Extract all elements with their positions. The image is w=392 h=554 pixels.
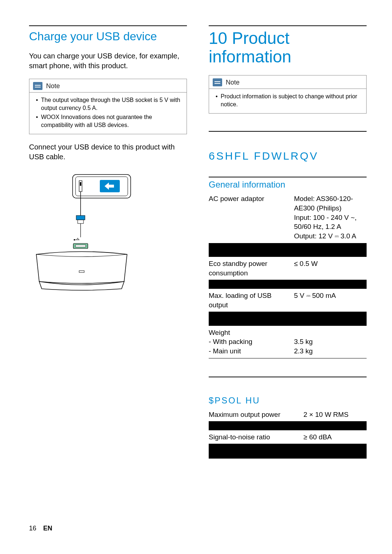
note-item: WOOX Innovations does not guarantee the … — [36, 113, 182, 129]
language-code: EN — [43, 525, 52, 532]
connect-text: Connect your USB device to this product … — [29, 142, 187, 162]
spec-value: ≤ 0.5 W — [294, 257, 367, 280]
amp-row: Maximum output power2 × 10 W RMS — [209, 408, 367, 422]
page-footer: 16 EN — [29, 525, 52, 532]
note-item: The output voltage through the USB socke… — [36, 96, 182, 112]
section-heading-charge: Charge your USB device — [29, 30, 187, 43]
note-box-left: Note The output voltage through the USB … — [29, 79, 187, 134]
spec-label: Weight - With packing - Main unit — [209, 326, 294, 358]
svg-rect-5 — [76, 216, 85, 220]
divider — [209, 25, 367, 26]
redacted-row — [209, 312, 367, 326]
left-column: Charge your USB device You can charge yo… — [29, 25, 187, 515]
amplifier-table: Maximum output power2 × 10 W RMSSignal-t… — [209, 408, 367, 459]
usb-illustration — [29, 173, 134, 292]
divider — [209, 131, 367, 132]
note-list-right: Product information is subject to change… — [216, 93, 362, 108]
amp-label: Maximum output power — [209, 408, 303, 422]
redacted-row — [209, 280, 367, 289]
note-icon — [213, 78, 222, 86]
chapter-heading: 10 Product information — [209, 29, 367, 66]
divider — [29, 25, 187, 26]
amplifier-heading: $PSOL HU — [209, 395, 367, 406]
spec-label: Max. loading of USB output — [209, 289, 294, 312]
chapter-heading-text: 10 Product information — [209, 29, 291, 66]
redacted-row — [209, 243, 367, 257]
amp-value: 2 × 10 W RMS — [303, 408, 367, 422]
divider — [209, 177, 367, 177]
spec-value: 3.5 kg 2.3 kg — [294, 326, 367, 358]
note-list-left: The output voltage through the USB socke… — [36, 96, 182, 129]
intro-text: You can charge your USB device, for exam… — [29, 51, 187, 71]
note-label: Note — [226, 79, 240, 86]
note-item: Product information is subject to change… — [216, 93, 362, 108]
right-column: 10 Product information Note Product info… — [209, 25, 367, 515]
spec-row: Eco standby power consumption≤ 0.5 W — [209, 257, 367, 280]
amp-value: ≥ 60 dBA — [303, 430, 367, 444]
specifications-heading: 6SHFL FDWLRQV — [209, 150, 367, 162]
spec-row: Weight - With packing - Main unit 3.5 kg… — [209, 326, 367, 358]
page-number: 16 — [29, 525, 36, 532]
spec-label: Eco standby power consumption — [209, 257, 294, 280]
note-box-right: Note Product information is subject to c… — [209, 75, 367, 114]
spec-row: Max. loading of USB output5 V ⎓ 500 mA — [209, 289, 367, 312]
svg-rect-6 — [78, 220, 83, 223]
note-label: Note — [46, 82, 60, 90]
spec-value: 5 V ⎓ 500 mA — [294, 289, 367, 312]
spec-value: Model: AS360-120-AE300 (Philips) Input: … — [294, 192, 367, 243]
divider — [209, 377, 367, 377]
redacted-row — [209, 422, 367, 430]
general-info-heading: General information — [209, 180, 367, 190]
redacted-row — [209, 444, 367, 459]
amp-label: Signal-to-noise ratio — [209, 430, 303, 444]
general-info-table: AC power adaptorModel: AS360-120-AE300 (… — [209, 192, 367, 358]
note-icon — [33, 82, 42, 90]
svg-rect-9 — [75, 245, 86, 247]
amp-row: Signal-to-noise ratio≥ 60 dBA — [209, 430, 367, 444]
spec-label: AC power adaptor — [209, 192, 294, 243]
svg-rect-4 — [80, 182, 81, 186]
spec-row: AC power adaptorModel: AS360-120-AE300 (… — [209, 192, 367, 243]
